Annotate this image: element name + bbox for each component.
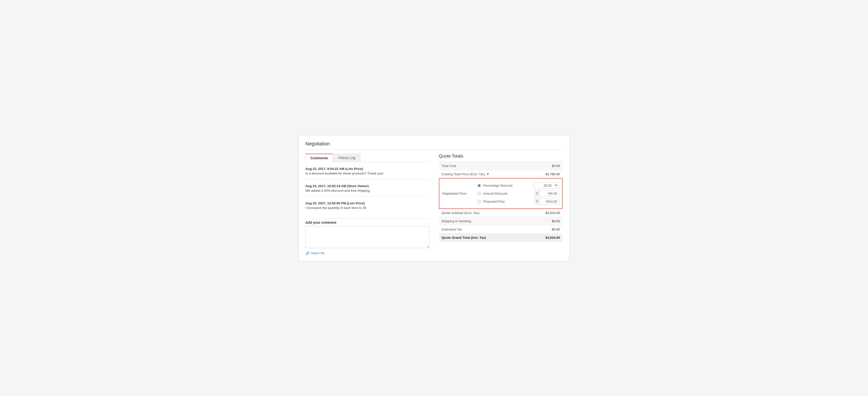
row-total-cost: Total Cost $0.00 — [439, 162, 562, 170]
subtotal-amount: $3,024.00 — [529, 209, 562, 217]
tax-amount: $0.00 — [529, 225, 562, 233]
comment-entry-3: Aug 23, 2017, 12:52:00 PM (Lois Price) I… — [305, 201, 429, 214]
right-panel: Quote Totals Total Cost $0.00 Catalog To… — [439, 154, 563, 255]
proposed-currency-symbol: $ — [535, 199, 539, 204]
add-comment-label: Add your comment — [305, 221, 429, 224]
shipping-amount: $0.00 — [529, 217, 562, 225]
option-proposed-price: Proposed Price $ — [477, 198, 559, 204]
discount-options-container: Percentage Discount % — [477, 182, 559, 204]
quote-totals-title: Quote Totals — [439, 154, 563, 159]
comment-header-1: Aug 23, 2017, 9:54:22 AM (Lois Price) — [305, 167, 429, 171]
tax-label: Estimated Tax — [439, 225, 529, 233]
catalog-price-dropdown-icon[interactable]: ▼ — [487, 172, 490, 176]
main-layout: Comments History Log Aug 23, 2017, 9:54:… — [305, 154, 563, 255]
comment-body-1: Is a discount available for these produc… — [305, 172, 429, 175]
left-panel: Comments History Log Aug 23, 2017, 9:54:… — [305, 154, 429, 255]
negotiated-price-box: Negotiated Price Percentage Discount — [439, 179, 562, 208]
proposed-price-input[interactable] — [539, 199, 559, 204]
comment-header-3: Aug 23, 2017, 12:52:00 PM (Lois Price) — [305, 201, 429, 205]
negotiated-options: Percentage Discount % — [477, 181, 559, 205]
row-negotiated-price: Negotiated Price Percentage Discount — [439, 178, 562, 209]
pct-discount-value: % — [534, 182, 559, 189]
proposed-price-label[interactable]: Proposed Price — [483, 200, 517, 203]
tab-comments[interactable]: Comments — [305, 154, 333, 162]
subtotal-label: Quote Subtotal (Excl. Tax) — [439, 209, 529, 217]
comment-entry-2: Aug 23, 2017, 10:02:14 AM (Store Owner) … — [305, 184, 429, 197]
page-title: Negotiation — [305, 141, 563, 150]
row-grand-total: Quote Grand Total (Incl. Tax) $3,024.00 — [439, 233, 562, 242]
comment-body-3: I increased the quantity of each item to… — [305, 206, 429, 209]
comment-textarea[interactable] — [305, 226, 429, 248]
tab-history-log[interactable]: History Log — [333, 154, 361, 162]
attach-file-link[interactable]: 🔗 Attach file — [305, 251, 324, 255]
radio-amt-discount[interactable] — [477, 192, 481, 195]
page-wrapper: Negotiation Comments History Log Aug 23,… — [299, 135, 569, 261]
negotiated-inner-table: Negotiated Price Percentage Discount — [442, 181, 560, 206]
proposed-price-value: $ — [534, 198, 559, 204]
radio-proposed-price[interactable] — [477, 200, 481, 203]
grand-total-label: Quote Grand Total (Incl. Tax) — [439, 233, 529, 242]
comment-header-2: Aug 23, 2017, 10:02:14 AM (Store Owner) — [305, 184, 429, 188]
pct-suffix: % — [553, 183, 559, 188]
attach-file-label: Attach file — [311, 251, 324, 255]
row-subtotal: Quote Subtotal (Excl. Tax) $3,024.00 — [439, 209, 562, 217]
pct-discount-input[interactable] — [534, 183, 553, 188]
catalog-price-amount: $3,780.00 — [529, 170, 562, 178]
grand-total-amount: $3,024.00 — [529, 233, 562, 242]
pct-discount-label[interactable]: Percentage Discount — [483, 184, 517, 187]
shipping-label: Shipping & Handling — [439, 217, 529, 225]
comment-entry-1: Aug 23, 2017, 9:54:22 AM (Lois Price) Is… — [305, 167, 429, 179]
amt-currency-symbol: $ — [535, 191, 539, 196]
total-cost-label: Total Cost — [439, 162, 529, 170]
totals-table: Total Cost $0.00 Catalog Total Price (Ex… — [439, 162, 563, 242]
catalog-price-label: Catalog Total Price (Excl. Tax) ▼ — [439, 170, 529, 178]
amt-discount-input[interactable] — [539, 191, 559, 196]
amt-discount-value: $ — [534, 191, 559, 197]
amt-discount-label[interactable]: Amount Discount — [483, 192, 517, 195]
row-tax: Estimated Tax $0.00 — [439, 225, 562, 233]
option-pct-discount: Percentage Discount % — [477, 182, 559, 189]
paperclip-icon: 🔗 — [305, 251, 310, 255]
separator — [305, 218, 429, 219]
row-shipping: Shipping & Handling $0.00 — [439, 217, 562, 225]
tabs-container: Comments History Log — [305, 154, 429, 162]
total-cost-amount: $0.00 — [529, 162, 562, 170]
negotiated-price-label: Negotiated Price — [442, 181, 477, 205]
row-catalog-price: Catalog Total Price (Excl. Tax) ▼ $3,780… — [439, 170, 562, 178]
add-comment-section: Add your comment 🔗 Attach file — [305, 221, 429, 255]
option-amt-discount: Amount Discount $ — [477, 191, 559, 197]
comments-list: Aug 23, 2017, 9:54:22 AM (Lois Price) Is… — [305, 167, 429, 214]
radio-pct-discount[interactable] — [477, 184, 481, 187]
comment-body-2: We added a 20% discount and free shippin… — [305, 189, 429, 192]
